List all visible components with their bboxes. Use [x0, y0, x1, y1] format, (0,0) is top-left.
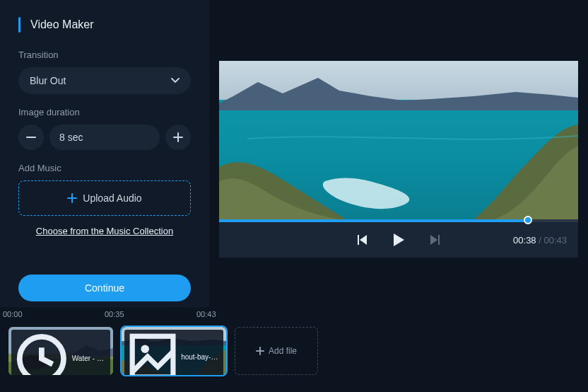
chevron-down-icon	[171, 78, 180, 83]
svg-rect-7	[358, 235, 359, 245]
clips-row: Water - 47450.mp4 hout-bay-view-from-c..…	[0, 324, 588, 375]
transition-section: Transition Blur Out	[18, 50, 191, 94]
current-time: 00:38	[513, 235, 536, 246]
play-icon	[392, 233, 405, 247]
add-file-label: Add file	[269, 346, 297, 356]
svg-rect-18	[256, 350, 264, 352]
image-icon	[127, 331, 178, 375]
svg-rect-8	[438, 235, 440, 245]
minus-icon	[26, 137, 36, 138]
sidebar-title-row: Video Maker	[18, 17, 191, 33]
clock-icon	[14, 331, 69, 375]
play-button[interactable]	[392, 233, 405, 247]
previous-button[interactable]	[357, 234, 368, 246]
timeline: 00:00 00:35 00:43 Water - 47450.mp4	[0, 307, 588, 392]
sidebar: Video Maker Transition Blur Out Image du…	[0, 0, 209, 307]
plus-icon	[67, 193, 77, 203]
timeline-clip[interactable]: hout-bay-view-from-c...	[122, 327, 226, 375]
transition-value: Blur Out	[30, 75, 66, 86]
preview-area: 00:38 / 00:43	[209, 0, 588, 307]
plus-icon	[256, 347, 264, 355]
image-duration-value[interactable]: 8 sec	[49, 125, 160, 150]
next-button[interactable]	[429, 234, 440, 246]
page-title: Video Maker	[30, 18, 94, 31]
svg-rect-2	[173, 137, 183, 138]
transition-select[interactable]: Blur Out	[18, 67, 191, 94]
skip-back-icon	[357, 234, 368, 246]
upload-audio-label: Upload Audio	[83, 192, 141, 204]
add-file-button[interactable]: Add file	[235, 327, 318, 375]
image-duration-label: Image duration	[18, 107, 191, 117]
video-player: 00:38 / 00:43	[219, 61, 578, 258]
add-music-section: Add Music Upload Audio Choose from the M…	[18, 163, 191, 236]
timeline-ruler[interactable]: 00:00 00:35 00:43	[0, 310, 588, 324]
music-collection-link[interactable]: Choose from the Music Collection	[18, 226, 191, 236]
ruler-mark: 00:00	[3, 310, 23, 318]
video-frame[interactable]	[219, 61, 578, 219]
transition-label: Transition	[18, 50, 191, 60]
ruler-mark: 00:43	[196, 310, 216, 318]
duration-increase-button[interactable]	[165, 125, 191, 150]
ruler-mark: 00:35	[105, 310, 124, 318]
continue-label: Continue	[85, 282, 124, 294]
time-display: 00:38 / 00:43	[513, 235, 567, 246]
skip-forward-icon	[429, 234, 440, 246]
svg-point-16	[141, 345, 149, 353]
upload-audio-button[interactable]: Upload Audio	[18, 180, 191, 216]
svg-rect-4	[67, 197, 77, 199]
clip-label: Water - 47450.mp4	[11, 330, 110, 375]
continue-button[interactable]: Continue	[18, 275, 191, 301]
add-music-label: Add Music	[18, 163, 191, 173]
player-controls: 00:38 / 00:43	[219, 222, 578, 258]
duration-decrease-button[interactable]	[18, 125, 44, 150]
timeline-clip[interactable]: Water - 47450.mp4	[8, 327, 113, 375]
image-duration-section: Image duration 8 sec	[18, 107, 191, 150]
total-duration: 00:43	[543, 235, 567, 246]
svg-rect-0	[26, 137, 36, 138]
plus-icon	[173, 132, 183, 142]
clip-label: hout-bay-view-from-c...	[124, 330, 223, 375]
title-accent	[18, 17, 20, 33]
